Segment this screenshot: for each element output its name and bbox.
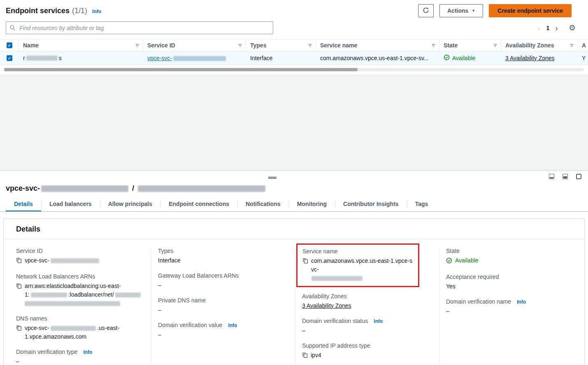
row-checkbox[interactable]: ✓ xyxy=(7,55,12,61)
info-link[interactable]: Info xyxy=(374,318,383,324)
panel-title-separator: / xyxy=(130,184,137,193)
page-title-text: Endpoint services xyxy=(6,7,70,15)
redacted-text xyxy=(173,56,226,61)
field-domain-verification-type: Domain verification type Info – xyxy=(16,349,143,365)
field-acceptance-required: Acceptance required Yes xyxy=(446,274,576,291)
refresh-icon xyxy=(423,7,429,15)
redacted-text xyxy=(31,292,67,297)
info-link[interactable]: Info xyxy=(83,349,92,355)
state-text: Available xyxy=(452,55,476,61)
panel-position-bottom-icon[interactable] xyxy=(549,174,554,179)
details-panel: vpce-svc- / Details Load balancers Allow… xyxy=(0,171,588,365)
endpoint-services-page: Endpoint services (1/1) Info Actions ▼ C… xyxy=(0,0,588,365)
column-header-types[interactable]: Types ▽ xyxy=(246,40,316,51)
panel-title: vpce-svc- / xyxy=(0,183,588,197)
tab-tags[interactable]: Tags xyxy=(407,197,437,211)
pagination: ‹ 1 › ⚙ xyxy=(538,23,582,33)
details-column-3: Service name com.amazonaws.vpce.us-east-… xyxy=(295,248,439,365)
search-box xyxy=(6,21,273,34)
cell-types: Interface xyxy=(246,51,316,65)
table-header: ✓ Name ▽ Service ID ▽ Types ▽ Service na… xyxy=(0,39,588,51)
copy-icon[interactable] xyxy=(16,282,22,291)
check-circle-icon xyxy=(446,256,452,266)
field-service-id: Service ID vpce-svc- xyxy=(16,248,143,266)
copy-icon[interactable] xyxy=(16,324,22,333)
redacted-text xyxy=(51,326,96,331)
toolbar-row: ‹ 1 › ⚙ xyxy=(0,20,588,39)
next-page-button[interactable]: › xyxy=(555,24,558,32)
field-glb-arns: Gateway Load Balancers ARNs – xyxy=(158,272,287,290)
copy-icon[interactable] xyxy=(16,256,22,266)
panel-layout-icons xyxy=(549,174,581,179)
copy-icon[interactable] xyxy=(302,351,308,360)
table-section: Endpoint services (1/1) Info Actions ▼ C… xyxy=(0,0,588,75)
filter-icon[interactable]: ▽ xyxy=(305,43,311,47)
cell-partial: Y xyxy=(578,51,588,65)
filter-icon[interactable]: ▽ xyxy=(429,43,435,47)
refresh-button[interactable] xyxy=(418,4,434,17)
availability-zones-link[interactable]: 3 Availability Zones xyxy=(505,55,555,61)
settings-gear-icon[interactable]: ⚙ xyxy=(569,23,576,33)
tab-details[interactable]: Details xyxy=(6,197,41,211)
column-header-availability-zones[interactable]: Availability Zones ▽ xyxy=(501,40,578,51)
tab-load-balancers[interactable]: Load balancers xyxy=(41,197,100,211)
redacted-text xyxy=(115,292,141,297)
page-title: Endpoint services (1/1) Info xyxy=(6,7,101,15)
cell-state: Available xyxy=(439,51,501,65)
check-circle-icon xyxy=(444,54,450,62)
horizontal-scrollbar-thumb[interactable] xyxy=(4,68,358,71)
check-icon: ✓ xyxy=(8,56,11,61)
actions-button[interactable]: Actions ▼ xyxy=(439,4,483,17)
content-background xyxy=(0,75,588,171)
details-card: Details Service ID vpce-svc- Network Loa… xyxy=(3,218,585,365)
search-input[interactable] xyxy=(6,21,273,34)
filter-icon[interactable]: ▽ xyxy=(235,43,242,47)
cell-availability-zones: 3 Availability Zones xyxy=(501,51,578,65)
field-supported-ip-type: Supported IP address type ipv4 xyxy=(302,342,431,360)
tab-endpoint-connections[interactable]: Endpoint connections xyxy=(160,197,237,211)
filter-icon[interactable]: ▽ xyxy=(132,43,139,47)
field-domain-verification-name: Domain verification name Info – xyxy=(446,298,576,316)
current-page: 1 xyxy=(545,25,550,31)
redacted-text xyxy=(51,258,99,263)
copy-icon[interactable] xyxy=(302,257,308,266)
create-endpoint-service-button[interactable]: Create endpoint service xyxy=(489,4,572,17)
actions-button-label: Actions xyxy=(447,7,468,14)
tab-allow-principals[interactable]: Allow principals xyxy=(100,197,160,211)
field-domain-verification-status: Domain verification status Info – xyxy=(302,318,431,335)
redacted-text xyxy=(41,185,128,192)
column-header-state[interactable]: State ▽ xyxy=(439,40,501,51)
details-card-title: Details xyxy=(4,219,584,239)
details-grid: Service ID vpce-svc- Network Load Balanc… xyxy=(4,239,584,365)
info-link[interactable]: Info xyxy=(517,299,526,305)
column-header-service-id[interactable]: Service ID ▽ xyxy=(143,40,246,51)
availability-zones-link[interactable]: 3 Availability Zones xyxy=(302,302,351,309)
tab-contributor-insights[interactable]: Contributor Insights xyxy=(335,197,407,211)
redacted-text xyxy=(26,56,58,61)
column-header-name[interactable]: Name ▽ xyxy=(19,40,143,51)
field-domain-verification-value: Domain verification value Info – xyxy=(158,322,287,339)
header-info-link[interactable]: Info xyxy=(92,9,101,14)
service-id-link[interactable]: vpce-svc- xyxy=(147,55,227,61)
panel-maximize-icon[interactable] xyxy=(576,174,581,179)
check-icon: ✓ xyxy=(7,43,11,48)
details-column-2: Types Interface Gateway Load Balancers A… xyxy=(151,248,295,365)
filter-icon[interactable]: ▽ xyxy=(490,43,497,47)
split-panel-drag-handle[interactable] xyxy=(268,177,277,179)
field-service-name: Service name com.amazonaws.vpce.us-east-… xyxy=(302,248,415,283)
field-dns-names: DNS names vpce-svc-.us-east- 1.vpce.amaz… xyxy=(16,315,143,341)
info-link[interactable]: Info xyxy=(228,323,237,328)
search-icon xyxy=(9,25,16,33)
column-header-partial[interactable]: A xyxy=(578,40,588,51)
filter-icon[interactable]: ▽ xyxy=(567,43,573,47)
panel-position-side-icon[interactable] xyxy=(562,174,568,179)
redacted-text xyxy=(138,185,265,192)
tab-monitoring[interactable]: Monitoring xyxy=(289,197,335,211)
tab-notifications[interactable]: Notifications xyxy=(237,197,289,211)
column-header-service-name[interactable]: Service name ▽ xyxy=(316,40,439,51)
select-all-checkbox[interactable]: ✓ xyxy=(7,42,12,48)
previous-page-button[interactable]: ‹ xyxy=(538,24,541,32)
row-select-cell: ✓ xyxy=(0,51,19,65)
header-row: Endpoint services (1/1) Info Actions ▼ C… xyxy=(0,0,588,20)
table-row[interactable]: ✓ rs vpce-svc- Interface com.amazonaws.v… xyxy=(0,51,588,65)
